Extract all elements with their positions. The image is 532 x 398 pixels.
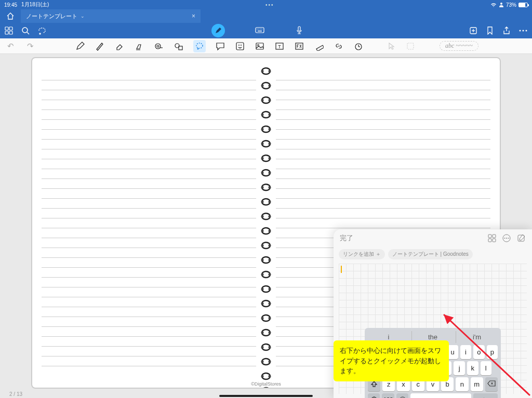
quick-note-grid-icon[interactable] [487, 234, 497, 243]
app-top-bar [0, 23, 532, 38]
key-return[interactable]: return [473, 393, 498, 398]
key-globe[interactable] [368, 393, 380, 398]
quick-note-ref[interactable]: ノートテンプレート | Goodnotes [388, 249, 473, 259]
document-tab[interactable]: ノートテンプレート ⌄ × [21, 9, 201, 23]
keyboard-icon[interactable] [255, 26, 264, 35]
search-icon[interactable] [21, 26, 30, 35]
svg-point-69 [261, 201, 264, 203]
svg-rect-120 [493, 235, 496, 238]
svg-point-105 [261, 375, 264, 378]
tab-bar: ノートテンプレート ⌄ × [0, 9, 532, 23]
svg-point-26 [196, 43, 203, 48]
key-k[interactable]: k [467, 361, 478, 375]
svg-rect-3 [5, 31, 8, 34]
svg-point-12 [260, 29, 260, 29]
page-left[interactable] [42, 71, 256, 367]
svg-point-103 [269, 361, 271, 363]
text-tool-icon[interactable]: T [274, 41, 285, 51]
key-p[interactable]: p [487, 345, 498, 359]
quick-note-add-link[interactable]: リンクを追加 ＋ [339, 249, 385, 259]
lasso-tool-icon[interactable] [193, 40, 206, 52]
tab-close-icon[interactable]: × [88, 12, 195, 20]
svg-point-48 [261, 99, 264, 102]
key-o[interactable]: o [473, 345, 484, 359]
svg-point-60 [261, 157, 264, 160]
canvas-area[interactable]: document.write(Array.from({length:26}).m… [0, 54, 532, 398]
image-tool-icon[interactable] [255, 41, 265, 51]
svg-rect-35 [296, 43, 303, 49]
svg-point-81 [261, 259, 264, 262]
link-tool-icon[interactable] [334, 41, 344, 51]
key-emoji[interactable] [396, 393, 408, 398]
key-m[interactable]: m [471, 377, 483, 391]
battery-pct: 73% [506, 2, 516, 8]
lasso-add-icon[interactable] [37, 26, 47, 35]
svg-point-97 [269, 332, 271, 334]
tape-tool-icon[interactable] [154, 41, 164, 51]
key-backspace[interactable] [485, 377, 498, 391]
quick-note-header: 完了 [334, 229, 532, 247]
math-tool-icon[interactable] [294, 41, 304, 51]
pen-tool-icon[interactable] [75, 41, 85, 51]
svg-point-96 [261, 332, 264, 334]
pointer-tool-icon[interactable] [385, 41, 396, 51]
spiral-binding: document.write(Array.from({length:26}).m… [260, 63, 272, 382]
svg-point-76 [269, 230, 271, 232]
svg-rect-31 [256, 43, 263, 49]
svg-point-20 [523, 30, 524, 32]
key-numbers[interactable]: 123 [382, 393, 394, 398]
svg-point-82 [269, 259, 271, 262]
redo-icon[interactable]: ↷ [25, 41, 35, 51]
page-counter: 2 / 13 [9, 391, 22, 397]
svg-point-54 [261, 128, 264, 131]
sticker-tool-icon[interactable] [235, 41, 245, 51]
eraser-tool-icon[interactable] [114, 41, 125, 51]
thumbnails-icon[interactable] [4, 26, 14, 35]
text-cursor [341, 266, 342, 273]
quick-note-more-icon[interactable] [502, 234, 511, 243]
svg-point-57 [261, 143, 264, 145]
pencil-tool-icon[interactable] [95, 41, 105, 51]
home-button[interactable] [0, 9, 21, 23]
more-icon[interactable] [518, 26, 528, 35]
key-i[interactable]: i [460, 345, 471, 359]
svg-point-125 [506, 238, 507, 239]
suggestion-3[interactable]: i'm [456, 331, 498, 343]
svg-point-84 [261, 273, 264, 276]
svg-point-49 [269, 99, 271, 102]
handwriting-hint[interactable]: abc ~~~~~ [440, 41, 478, 51]
svg-point-94 [269, 317, 271, 320]
key-n[interactable]: n [456, 377, 468, 391]
home-indicator[interactable] [219, 395, 313, 397]
share-icon[interactable] [502, 26, 511, 35]
svg-rect-1 [5, 27, 8, 30]
svg-point-23 [157, 45, 159, 47]
shape-tool-icon[interactable] [174, 41, 184, 51]
svg-point-10 [257, 29, 257, 29]
ipad-status-bar: 19:45 1月18日(土) ••• 73% [0, 0, 532, 9]
svg-point-73 [269, 215, 271, 218]
bookmark-icon[interactable] [485, 26, 495, 35]
svg-rect-9 [256, 28, 264, 33]
pen-mode-button[interactable] [211, 24, 225, 37]
elements-tool-icon[interactable] [405, 41, 416, 51]
svg-point-100 [269, 346, 271, 349]
svg-rect-40 [407, 43, 414, 49]
key-space[interactable]: space [410, 393, 471, 398]
tab-chevron-icon[interactable]: ⌄ [81, 13, 85, 19]
add-page-icon[interactable] [469, 26, 478, 35]
comment-tool-icon[interactable] [215, 41, 225, 51]
quick-note-done-button[interactable]: 完了 [340, 234, 353, 243]
ruler-tool-icon[interactable] [314, 41, 324, 51]
microphone-icon[interactable] [295, 26, 304, 35]
svg-rect-121 [488, 239, 491, 242]
svg-point-102 [261, 361, 264, 363]
key-j[interactable]: j [454, 361, 465, 375]
key-l[interactable]: l [481, 361, 492, 375]
quick-note-compose-icon[interactable] [516, 234, 526, 243]
timer-tool-icon[interactable] [353, 41, 364, 51]
editing-tool-bar: ↶ ↷ T abc ~~~~~ [0, 38, 532, 54]
svg-point-19 [520, 30, 521, 32]
undo-icon[interactable]: ↶ [5, 41, 16, 51]
highlighter-tool-icon[interactable] [134, 41, 144, 51]
